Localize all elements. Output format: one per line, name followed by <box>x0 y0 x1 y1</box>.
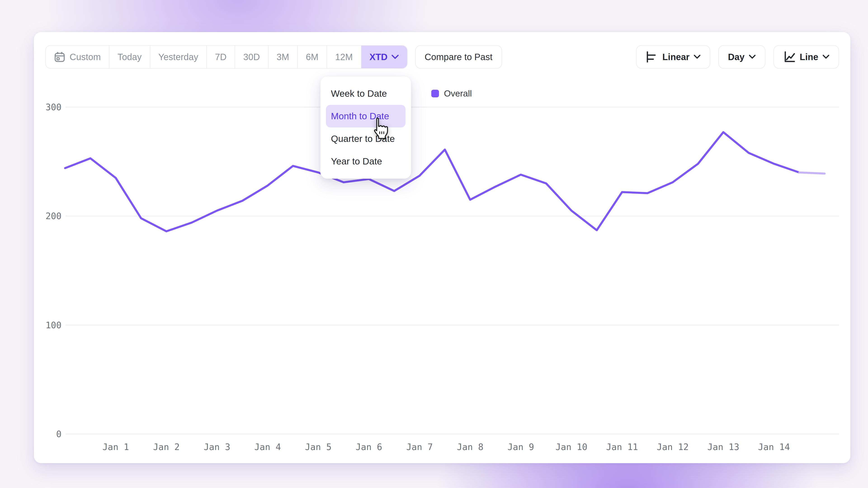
chart-type-select[interactable]: Line <box>774 45 839 69</box>
scale-select[interactable]: Linear <box>636 45 710 69</box>
chevron-down-icon <box>693 55 701 59</box>
legend-label: Overall <box>444 89 472 98</box>
menu-item-week-to-date[interactable]: Week to Date <box>320 82 411 105</box>
date-range-segmented-control: Custom Today Yesterday 7D 30D 3M 6M 12M … <box>45 45 408 69</box>
range-3m[interactable]: 3M <box>269 46 298 68</box>
granularity-select[interactable]: Day <box>718 45 765 69</box>
calendar-icon <box>54 51 66 63</box>
range-yesterday[interactable]: Yesterday <box>150 46 207 68</box>
range-12m[interactable]: 12M <box>327 46 362 68</box>
range-custom-label: Custom <box>70 52 101 62</box>
range-6m[interactable]: 6M <box>298 46 327 68</box>
legend-swatch <box>431 90 439 97</box>
chevron-down-icon <box>391 55 399 59</box>
compare-to-past-button[interactable]: Compare to Past <box>415 45 502 69</box>
to-date-dropdown-menu: Week to Date Month to Date Quarter to Da… <box>320 76 411 179</box>
chevron-down-icon <box>822 55 830 59</box>
range-7d[interactable]: 7D <box>207 46 235 68</box>
linear-scale-icon <box>646 51 658 63</box>
menu-item-month-to-date[interactable]: Month to Date <box>326 105 405 127</box>
range-xtd[interactable]: XTD <box>362 46 407 68</box>
toolbar: Custom Today Yesterday 7D 30D 3M 6M 12M … <box>45 45 839 69</box>
chevron-down-icon <box>749 55 756 59</box>
mouse-pointer-hand-cursor <box>370 117 389 140</box>
range-today[interactable]: Today <box>110 46 150 68</box>
legend: Overall <box>431 89 472 98</box>
line-chart-icon <box>783 51 796 63</box>
menu-item-quarter-to-date[interactable]: Quarter to Date <box>320 127 411 150</box>
range-30d[interactable]: 30D <box>235 46 268 68</box>
range-custom[interactable]: Custom <box>46 46 110 68</box>
menu-item-year-to-date[interactable]: Year to Date <box>320 150 411 173</box>
